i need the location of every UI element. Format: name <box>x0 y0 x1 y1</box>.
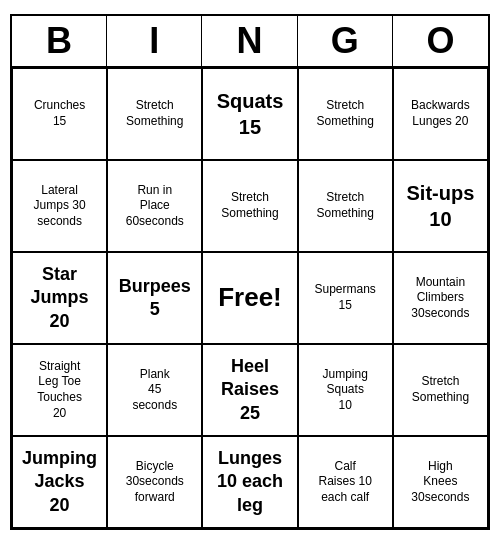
bingo-cell-17: HeelRaises25 <box>202 344 297 436</box>
bingo-cell-18: JumpingSquats10 <box>298 344 393 436</box>
bingo-cell-16: Plank45seconds <box>107 344 202 436</box>
bingo-cell-20: JumpingJacks20 <box>12 436 107 528</box>
bingo-cell-8: StretchSomething <box>298 160 393 252</box>
bingo-cell-0: Crunches15 <box>12 68 107 160</box>
bingo-cell-12: Free! <box>202 252 297 344</box>
bingo-cell-24: HighKnees30seconds <box>393 436 488 528</box>
bingo-cell-21: Bicycle30secondsforward <box>107 436 202 528</box>
bingo-cell-22: Lunges10 eachleg <box>202 436 297 528</box>
bingo-cell-13: Supermans15 <box>298 252 393 344</box>
bingo-cell-7: StretchSomething <box>202 160 297 252</box>
bingo-card: BINGO Crunches15StretchSomethingSquats15… <box>10 14 490 530</box>
bingo-cell-11: Burpees5 <box>107 252 202 344</box>
bingo-cell-4: BackwardsLunges 20 <box>393 68 488 160</box>
bingo-cell-10: StarJumps20 <box>12 252 107 344</box>
bingo-cell-9: Sit-ups10 <box>393 160 488 252</box>
bingo-cell-15: StraightLeg ToeTouches20 <box>12 344 107 436</box>
bingo-header: BINGO <box>12 16 488 68</box>
header-letter-b: B <box>12 16 107 66</box>
bingo-cell-2: Squats15 <box>202 68 297 160</box>
bingo-cell-5: LateralJumps 30seconds <box>12 160 107 252</box>
bingo-cell-23: CalfRaises 10each calf <box>298 436 393 528</box>
header-letter-o: O <box>393 16 488 66</box>
header-letter-i: I <box>107 16 202 66</box>
bingo-grid: Crunches15StretchSomethingSquats15Stretc… <box>12 68 488 528</box>
bingo-cell-19: StretchSomething <box>393 344 488 436</box>
header-letter-n: N <box>202 16 297 66</box>
header-letter-g: G <box>298 16 393 66</box>
bingo-cell-14: MountainClimbers30seconds <box>393 252 488 344</box>
bingo-cell-6: Run inPlace60seconds <box>107 160 202 252</box>
bingo-cell-3: StretchSomething <box>298 68 393 160</box>
bingo-cell-1: StretchSomething <box>107 68 202 160</box>
